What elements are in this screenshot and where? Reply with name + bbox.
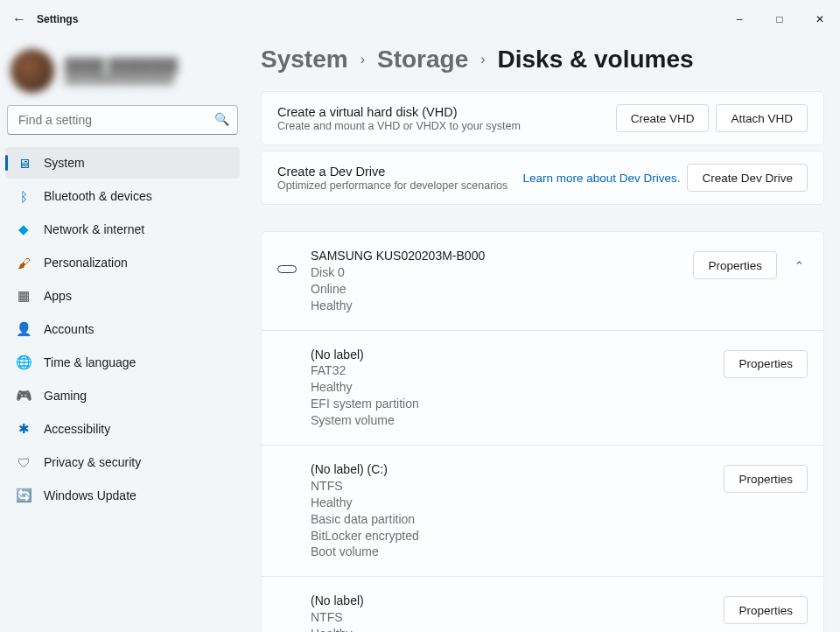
- action-card: Create a Dev Drive Optimized performance…: [261, 151, 824, 205]
- breadcrumb-storage[interactable]: Storage: [377, 46, 468, 74]
- sidebar-item-label: Gaming: [44, 389, 87, 403]
- gaming-icon: 🎮: [16, 388, 32, 404]
- volume-row[interactable]: (No label)FAT32HealthyEFI system partiti…: [262, 331, 823, 446]
- accessibility-icon: ✱: [16, 421, 32, 437]
- apps-icon: ▦: [16, 288, 32, 304]
- link-dev-drives[interactable]: Learn more about Dev Drives.: [522, 172, 680, 185]
- sidebar-item-network[interactable]: ◆ Network & internet: [5, 214, 240, 245]
- row-line: NTFS: [311, 478, 724, 495]
- search-container: 🔍: [7, 105, 238, 135]
- volume-row[interactable]: (No label) (C:)NTFSHealthyBasic data par…: [262, 446, 823, 577]
- sidebar: ████ ███████ ████████████████ 🔍 🖥 System…: [0, 39, 245, 632]
- update-icon: 🔄: [16, 488, 32, 503]
- row-title: (No label): [311, 347, 724, 363]
- titlebar: ← Settings – □ ✕: [0, 0, 840, 39]
- properties-button[interactable]: Properties: [724, 465, 808, 493]
- sidebar-item-apps[interactable]: ▦ Apps: [5, 280, 240, 312]
- button-create dev drive[interactable]: Create Dev Drive: [687, 164, 808, 192]
- card-subtitle: Optimized performance for developer scen…: [277, 179, 508, 192]
- row-line: Online: [311, 281, 693, 298]
- nav-list: 🖥 Systemᛒ Bluetooth & devices◆ Network &…: [5, 147, 240, 511]
- sidebar-item-label: Bluetooth & devices: [44, 189, 152, 203]
- profile[interactable]: ████ ███████ ████████████████: [10, 49, 236, 93]
- card-title: Create a Dev Drive: [277, 165, 508, 179]
- sidebar-item-accounts[interactable]: 👤 Accounts: [5, 313, 240, 345]
- sidebar-item-label: Accounts: [44, 322, 94, 336]
- row-line: Healthy: [311, 626, 724, 632]
- system-icon: 🖥: [16, 155, 32, 171]
- sidebar-item-bluetooth[interactable]: ᛒ Bluetooth & devices: [5, 180, 240, 212]
- action-card: Create a virtual hard disk (VHD) Create …: [261, 91, 824, 145]
- search-input[interactable]: [7, 105, 238, 135]
- sidebar-item-label: System: [44, 156, 85, 170]
- avatar: [10, 49, 54, 93]
- bluetooth-icon: ᛒ: [16, 188, 32, 204]
- minimize-button[interactable]: –: [719, 0, 760, 39]
- sidebar-item-time[interactable]: 🌐 Time & language: [5, 347, 240, 378]
- sidebar-item-label: Time & language: [44, 355, 136, 369]
- profile-name: ████ ███████: [65, 58, 178, 74]
- accounts-icon: 👤: [16, 321, 32, 337]
- sidebar-item-label: Privacy & security: [44, 455, 141, 469]
- card-subtitle: Create and mount a VHD or VHDX to your s…: [277, 120, 521, 132]
- row-line: NTFS: [311, 609, 724, 626]
- personalization-icon: 🖌: [16, 255, 32, 270]
- volume-row[interactable]: (No label)NTFSHealthyMicrosoft recovery …: [262, 577, 823, 632]
- row-line: Healthy: [311, 298, 693, 314]
- row-line: BitLocker encrypted: [311, 528, 724, 544]
- profile-email: ████████████████: [65, 74, 178, 84]
- properties-button[interactable]: Properties: [724, 350, 808, 378]
- time-icon: 🌐: [16, 355, 32, 370]
- button-create vhd[interactable]: Create VHD: [616, 104, 710, 132]
- row-title: (No label): [311, 593, 724, 609]
- chevron-right-icon: ›: [360, 52, 365, 67]
- sidebar-item-gaming[interactable]: 🎮 Gaming: [5, 380, 240, 411]
- close-button[interactable]: ✕: [800, 0, 840, 39]
- row-line: Boot volume: [311, 544, 724, 560]
- sidebar-item-label: Network & internet: [44, 222, 144, 236]
- row-line: Basic data partition: [311, 511, 724, 528]
- sidebar-item-update[interactable]: 🔄 Windows Update: [5, 480, 240, 511]
- breadcrumb: System › Storage › Disks & volumes: [261, 46, 824, 74]
- properties-button[interactable]: Properties: [693, 251, 777, 279]
- disk-icon: [277, 265, 307, 273]
- back-button[interactable]: ←: [12, 11, 38, 27]
- search-icon: 🔍: [214, 112, 229, 126]
- row-line: Healthy: [311, 379, 724, 396]
- chevron-right-icon: ›: [480, 52, 485, 67]
- row-line: EFI system partition: [311, 396, 724, 412]
- row-line: System volume: [311, 412, 724, 429]
- row-title: (No label) (C:): [311, 461, 724, 478]
- breadcrumb-system[interactable]: System: [261, 46, 348, 74]
- disks-group: SAMSUNG KUS020203M-B000Disk 0OnlineHealt…: [261, 231, 824, 632]
- maximize-button[interactable]: □: [760, 0, 800, 39]
- properties-button[interactable]: Properties: [724, 596, 808, 624]
- sidebar-item-label: Personalization: [44, 256, 128, 270]
- app-title: Settings: [37, 13, 78, 25]
- main: System › Storage › Disks & volumes Creat…: [245, 39, 840, 632]
- sidebar-item-accessibility[interactable]: ✱ Accessibility: [5, 413, 240, 445]
- sidebar-item-label: Windows Update: [44, 488, 136, 502]
- card-title: Create a virtual hard disk (VHD): [277, 105, 521, 119]
- row-title: SAMSUNG KUS020203M-B000: [311, 248, 693, 264]
- row-line: Disk 0: [311, 264, 693, 281]
- sidebar-item-personalization[interactable]: 🖌 Personalization: [5, 247, 240, 278]
- row-line: Healthy: [311, 495, 724, 511]
- button-attach vhd[interactable]: Attach VHD: [716, 104, 808, 132]
- network-icon: ◆: [16, 221, 32, 237]
- privacy-icon: 🛡: [16, 454, 32, 470]
- sidebar-item-privacy[interactable]: 🛡 Privacy & security: [5, 446, 240, 478]
- sidebar-item-label: Apps: [44, 289, 72, 303]
- sidebar-item-label: Accessibility: [44, 422, 110, 436]
- sidebar-item-system[interactable]: 🖥 System: [5, 147, 240, 179]
- disk-row[interactable]: SAMSUNG KUS020203M-B000Disk 0OnlineHealt…: [262, 232, 823, 331]
- chevron-up-icon[interactable]: ⌃: [791, 256, 808, 276]
- window-controls: – □ ✕: [719, 0, 840, 39]
- row-line: FAT32: [311, 362, 724, 379]
- breadcrumb-current: Disks & volumes: [498, 46, 694, 74]
